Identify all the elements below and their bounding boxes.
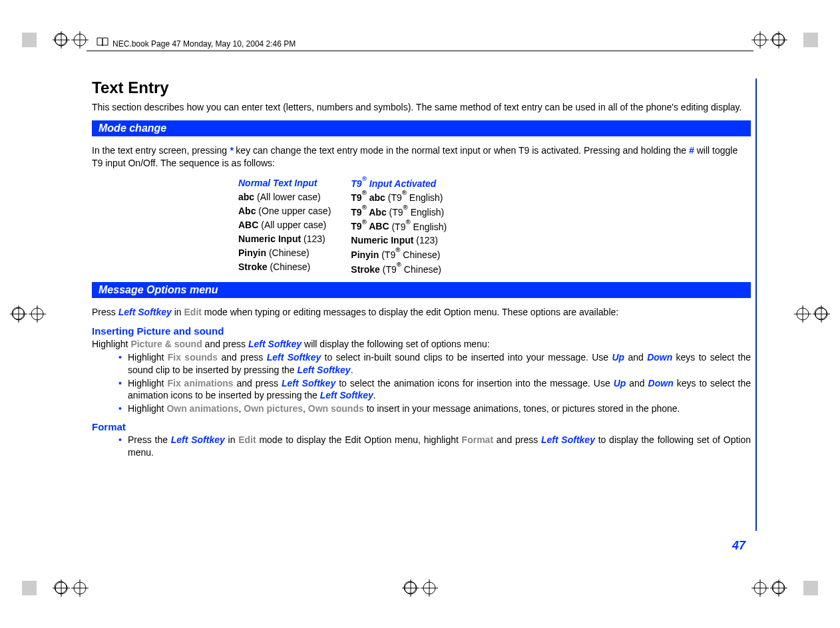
list-item: T9® Abc (T9® English)	[351, 205, 447, 220]
list-item: Stroke (T9® Chinese)	[351, 262, 447, 277]
printer-mark-gray	[22, 581, 37, 595]
down-key-ref: Down	[647, 352, 672, 363]
left-softkey-ref: Left Softkey	[118, 307, 172, 317]
own-animations-ref: Own animations	[166, 403, 238, 414]
svg-point-36	[404, 581, 416, 593]
page-header: NEC.book Page 47 Monday, May 10, 2004 2:…	[97, 37, 296, 51]
section-message-options: Message Options menu	[92, 282, 751, 298]
printer-mark-gray	[22, 33, 37, 47]
own-pictures-ref: Own pictures	[244, 403, 303, 414]
registration-mark-icon	[751, 579, 788, 597]
list-item: abc (All lower case)	[238, 190, 331, 204]
page-number: 47	[732, 539, 745, 553]
subheading-format: Format	[92, 421, 751, 432]
down-key-ref: Down	[648, 378, 674, 389]
message-options-paragraph: Press Left Softkey in Edit mode when typ…	[92, 306, 751, 319]
list-item: Numeric Input (123)	[238, 232, 331, 246]
list-item: T9® ABC (T9® English)	[351, 220, 447, 234]
registration-mark-icon	[793, 305, 831, 323]
list-item: Highlight Fix sounds and press Left Soft…	[118, 351, 751, 375]
normal-text-input-column: Normal Text Input abc (All lower case) A…	[238, 176, 331, 277]
section-mode-change: Mode change	[92, 120, 751, 136]
up-key-ref: Up	[612, 352, 624, 363]
edit-ref: Edit	[238, 434, 256, 445]
t9-input-column: T9® Input Activated T9® abc (T9® English…	[351, 176, 447, 277]
list-item: Highlight Own animations, Own pictures, …	[118, 402, 751, 414]
printer-mark-gray	[803, 581, 818, 595]
list-item: Stroke (Chinese)	[238, 260, 331, 274]
list-item: Pinyin (T9® Chinese)	[351, 247, 447, 262]
header-rule	[87, 51, 753, 51]
svg-point-29	[55, 581, 67, 593]
page-content: Text Entry This section describes how yo…	[92, 78, 751, 461]
list-item: Highlight Fix animations and press Left …	[118, 377, 751, 401]
svg-point-11	[772, 33, 784, 45]
own-sounds-ref: Own sounds	[308, 403, 364, 414]
mode-columns: Normal Text Input abc (All lower case) A…	[238, 176, 751, 277]
left-softkey-ref: Left Softkey	[320, 390, 373, 400]
list-item: Press the Left Softkey in Edit mode to d…	[118, 434, 751, 458]
list-item: T9® abc (T9® English)	[351, 190, 447, 205]
svg-point-1	[55, 33, 67, 45]
inserting-paragraph: Highlight Picture & sound and press Left…	[92, 338, 751, 351]
registration-mark-icon	[52, 579, 89, 597]
left-softkey-ref: Left Softkey	[248, 339, 302, 349]
format-ref: Format	[462, 434, 493, 445]
format-bullets: Press the Left Softkey in Edit mode to d…	[92, 434, 751, 458]
mode-change-paragraph: In the text entry screen, pressing * key…	[92, 144, 751, 170]
registration-mark-icon	[52, 31, 89, 49]
inserting-bullets: Highlight Fix sounds and press Left Soft…	[92, 351, 751, 414]
list-item: Abc (One upper case)	[238, 204, 331, 218]
left-softkey-ref: Left Softkey	[267, 352, 321, 363]
up-key-ref: Up	[614, 378, 626, 389]
left-softkey-ref: Left Softkey	[541, 434, 595, 445]
list-item: ABC (All upper case)	[238, 218, 331, 232]
right-margin-line	[755, 78, 757, 531]
svg-point-15	[12, 307, 24, 319]
svg-point-46	[772, 581, 784, 593]
edit-ref: Edit	[184, 307, 202, 317]
book-icon	[97, 37, 108, 51]
left-softkey-ref: Left Softkey	[282, 378, 335, 389]
intro-paragraph: This section describes how you can enter…	[92, 101, 751, 114]
hash-key: #	[689, 145, 694, 156]
header-text: NEC.book Page 47 Monday, May 10, 2004 2:…	[112, 39, 296, 49]
fix-sounds-ref: Fix sounds	[168, 352, 218, 363]
left-softkey-ref: Left Softkey	[298, 365, 351, 375]
registration-mark-icon	[401, 579, 439, 597]
registration-mark-icon	[751, 31, 788, 49]
list-item: Pinyin (Chinese)	[238, 246, 331, 260]
page-title: Text Entry	[92, 78, 751, 97]
col1-heading: Normal Text Input	[238, 176, 331, 190]
printer-mark-gray	[803, 33, 818, 47]
svg-point-25	[815, 307, 827, 319]
fix-animations-ref: Fix animations	[167, 378, 233, 389]
subheading-inserting: Inserting Picture and sound	[92, 325, 751, 337]
picture-sound-ref: Picture & sound	[130, 339, 202, 349]
registration-mark-icon	[9, 305, 47, 323]
left-softkey-ref: Left Softkey	[171, 434, 225, 445]
